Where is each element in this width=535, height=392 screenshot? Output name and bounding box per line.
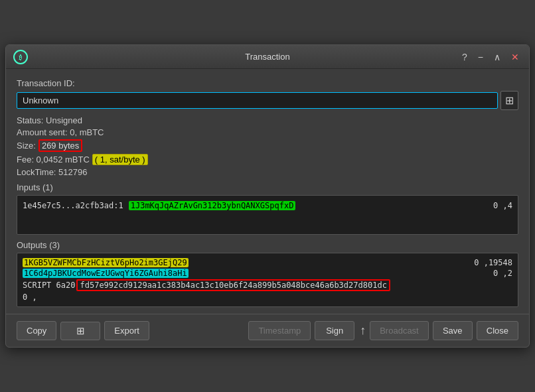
locktime-text: LockTime: 512796 (17, 167, 87, 177)
amount-line: Amount sent: 0, mBTC (17, 127, 518, 137)
input-address: 1J3mKqJqAZrAvGn312b3ybnQANXGSpqfxD (129, 201, 296, 210)
script-value: 0 , (23, 293, 37, 302)
amount-text: Amount sent: 0, mBTC (17, 127, 104, 137)
help-button[interactable]: ? (459, 50, 471, 64)
export-button[interactable]: Export (104, 321, 149, 340)
close-button[interactable]: Close (477, 321, 518, 340)
tx-id-row: ⊞ (17, 91, 518, 110)
svg-text:₿: ₿ (19, 54, 23, 61)
input-value: 0 ,4 (493, 201, 512, 210)
script-hash: fd57e992cd9129aa1c383b4ac13c10eb6f24a899… (76, 279, 390, 291)
table-row: 1e45e7c5...a2cfb3ad:1 1J3mKqJqAZrAvGn312… (23, 200, 512, 212)
table-row: 1KGB5VZWFMCbFzHCiztV6pHo2im3GEjQ29 0 ,19… (23, 257, 512, 268)
minimize-button[interactable]: − (475, 50, 487, 64)
broadcast-button[interactable]: Broadcast (370, 321, 429, 340)
locktime-line: LockTime: 512796 (17, 167, 518, 177)
qr-button[interactable]: ⊞ (500, 91, 518, 110)
fee-line: Fee: 0,0452 mBTC ( 1, sat/byte ) (17, 154, 518, 165)
output-value-1: 0 ,19548 (474, 258, 512, 267)
inputs-list: 1e45e7c5...a2cfb3ad:1 1J3mKqJqAZrAvGn312… (17, 195, 518, 235)
size-value: 269 bytes (38, 139, 82, 152)
table-row: 0 , (23, 292, 512, 302)
main-window: ₿ Transaction ? − ∧ ✕ Transaction ID: ⊞ … (5, 44, 530, 348)
sign-button[interactable]: Sign (315, 321, 354, 340)
status-text: Status: Unsigned (17, 115, 82, 125)
output-address-2: 1C6d4pJBKUcdMowEzUGwqYi6ZGAuhi8aHi (23, 269, 189, 278)
output-value-2: 0 ,2 (493, 269, 512, 278)
footer-toolbar: Copy ⊞ Export Timestamp Sign ↑ Broadcast… (6, 314, 529, 347)
outputs-label: Outputs (3) (17, 240, 518, 250)
table-row: 1C6d4pJBKUcdMowEzUGwqYi6ZGAuhi8aHi 0 ,2 (23, 268, 512, 279)
titlebar: ₿ Transaction ? − ∧ ✕ (6, 45, 529, 69)
fee-text: Fee: 0,0452 mBTC (17, 155, 90, 164)
tx-id-label: Transaction ID: (17, 78, 518, 88)
window-title: Transaction (245, 52, 289, 62)
size-line: Size: 269 bytes (17, 139, 518, 152)
copy-button[interactable]: Copy (17, 321, 56, 340)
status-line: Status: Unsigned (17, 115, 518, 125)
close-window-button[interactable]: ✕ (508, 50, 522, 64)
timestamp-button[interactable]: Timestamp (248, 321, 311, 340)
content-area: Transaction ID: ⊞ Status: Unsigned Amoun… (6, 69, 529, 314)
inputs-label: Inputs (1) (17, 182, 518, 192)
cursor-indicator: ↑ (360, 324, 366, 338)
app-logo: ₿ (13, 49, 29, 65)
maximize-button[interactable]: ∧ (491, 50, 504, 64)
qr-footer-button[interactable]: ⊞ (60, 322, 100, 340)
input-id: 1e45e7c5...a2cfb3ad:1 (23, 201, 123, 210)
table-row: SCRIPT 6a20 fd57e992cd9129aa1c383b4ac13c… (23, 279, 512, 292)
tx-id-field: Transaction ID: ⊞ (17, 78, 518, 110)
output-address-1: 1KGB5VZWFMCbFzHCiztV6pHo2im3GEjQ29 (23, 258, 189, 267)
window-controls: ? − ∧ ✕ (459, 50, 522, 64)
fee-rate: ( 1, sat/byte ) (92, 154, 148, 165)
tx-id-input[interactable] (17, 92, 498, 109)
save-button[interactable]: Save (433, 321, 473, 340)
outputs-list: 1KGB5VZWFMCbFzHCiztV6pHo2im3GEjQ29 0 ,19… (17, 253, 518, 307)
script-label: SCRIPT 6a20 (23, 281, 75, 290)
size-label-text: Size: (17, 141, 36, 151)
